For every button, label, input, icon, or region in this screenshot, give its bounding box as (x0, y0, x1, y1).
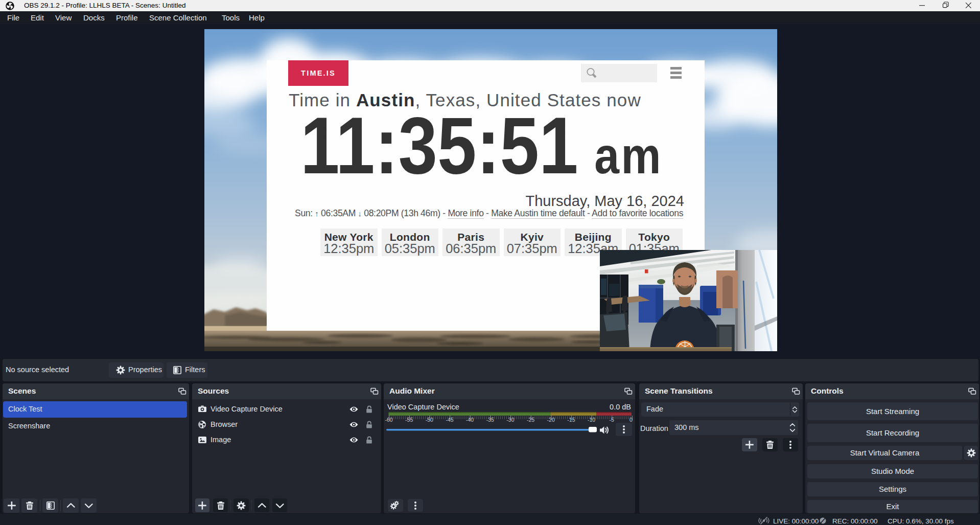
svg-text:-40: -40 (466, 417, 474, 423)
svg-text:-45: -45 (446, 417, 453, 423)
svg-text:-30: -30 (506, 417, 514, 423)
svg-text:-10: -10 (588, 417, 595, 423)
svg-text:-50: -50 (426, 417, 433, 423)
svg-text:-15: -15 (567, 417, 575, 423)
svg-text:-60: -60 (385, 417, 392, 423)
svg-text:-55: -55 (405, 417, 413, 423)
svg-text:-5: -5 (610, 417, 614, 423)
svg-text:-35: -35 (486, 417, 494, 423)
svg-text:Video Capture Device: Video Capture Device (387, 403, 459, 411)
svg-text:0.0 dB: 0.0 dB (610, 403, 631, 411)
svg-text:0: 0 (629, 417, 633, 423)
svg-text:-20: -20 (547, 417, 555, 423)
svg-text:-25: -25 (527, 417, 534, 423)
